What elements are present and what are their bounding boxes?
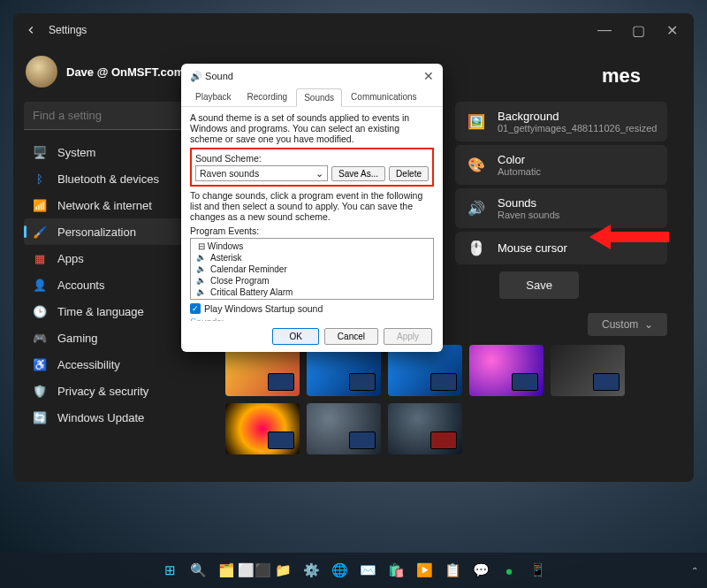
taskbar: ⊞ 🔍 🗂️ ⬜⬛ 📁 ⚙️ 🌐 ✉️ 🛍️ ▶️ 📋 💬 ● 📱 ⌃ <box>0 553 707 588</box>
event-item[interactable]: ⊟ Windows <box>193 241 431 252</box>
nav-icon: 🖌️ <box>33 225 47 239</box>
nav-label: Personalization <box>57 225 136 239</box>
spotify-icon[interactable]: ● <box>498 559 521 582</box>
event-item[interactable]: Asterisk <box>193 252 431 263</box>
sidebar-item-apps[interactable]: ▦Apps <box>24 245 188 271</box>
phone-icon[interactable]: 📱 <box>526 559 549 582</box>
event-item[interactable]: Critical Stop <box>193 298 431 300</box>
nav-icon: 🔄 <box>33 410 47 424</box>
sidebar-item-network-internet[interactable]: 📶Network & internet <box>24 192 188 218</box>
card-subtitle: Raven sounds <box>498 210 559 220</box>
settings-card-color[interactable]: 🎨ColorAutomatic <box>455 145 667 185</box>
card-icon: 🔊 <box>468 200 485 217</box>
taskview-icon[interactable]: 🗂️ <box>215 559 238 582</box>
settings-titlebar: Settings — ▢ ✕ <box>13 13 694 47</box>
events-list[interactable]: ⊟ WindowsAsteriskCalendar ReminderClose … <box>190 238 434 300</box>
save-button[interactable]: Save <box>499 271 579 299</box>
theme-thumb[interactable] <box>225 345 300 396</box>
search-input[interactable] <box>24 102 188 130</box>
dialog-close-button[interactable]: ✕ <box>423 69 434 83</box>
sidebar-item-gaming[interactable]: 🎮Gaming <box>24 325 188 351</box>
minimize-button[interactable]: — <box>588 18 621 42</box>
theme-thumb[interactable] <box>307 403 381 454</box>
explorer-icon[interactable]: 📁 <box>271 559 294 582</box>
edge-icon[interactable]: 🌐 <box>328 559 351 582</box>
app-icon[interactable]: ▶️ <box>413 559 436 582</box>
tab-playback[interactable]: Playback <box>188 88 239 106</box>
nav-icon: 📶 <box>33 198 47 212</box>
cancel-button[interactable]: Cancel <box>324 328 378 345</box>
scheme-combo[interactable]: Raven sounds⌄ <box>195 165 328 181</box>
nav-label: Privacy & security <box>57 385 148 398</box>
sidebar-item-windows-update[interactable]: 🔄Windows Update <box>24 404 188 431</box>
nav-label: Network & internet <box>57 199 152 212</box>
ok-button[interactable]: OK <box>272 328 318 345</box>
nav-label: Time & language <box>57 305 144 318</box>
app-icon[interactable]: 📋 <box>441 559 464 582</box>
tab-recording[interactable]: Recording <box>240 88 295 106</box>
card-title: Sounds <box>498 196 559 210</box>
system-tray[interactable]: ⌃ <box>691 566 698 576</box>
events-label: Program Events: <box>190 225 434 236</box>
custom-dropdown[interactable]: Custom ⌄ <box>588 313 667 336</box>
username: Dave @ OnMSFT.com <box>66 65 184 79</box>
store-icon[interactable]: 🛍️ <box>384 559 407 582</box>
avatar <box>26 56 57 88</box>
sidebar-item-accessibility[interactable]: ♿Accessibility <box>24 351 188 378</box>
tab-sounds[interactable]: Sounds <box>296 88 342 107</box>
nav-label: Bluetooth & devices <box>57 172 159 186</box>
app-icon[interactable]: 💬 <box>469 559 492 582</box>
sidebar-item-accounts[interactable]: 👤Accounts <box>24 271 188 298</box>
startup-sound-checkbox[interactable]: ✓ Play Windows Startup sound <box>190 303 434 314</box>
search-icon[interactable]: 🔍 <box>186 559 209 582</box>
theme-thumb[interactable] <box>388 345 462 396</box>
apply-button: Apply <box>384 328 432 345</box>
dialog-title: Sound <box>205 71 233 81</box>
event-item[interactable]: Close Program <box>193 275 431 286</box>
theme-thumb[interactable] <box>307 345 381 396</box>
nav-label: Gaming <box>57 332 98 345</box>
sidebar-item-system[interactable]: 🖥️System <box>24 139 188 165</box>
settings-icon[interactable]: ⚙️ <box>300 559 323 582</box>
maximize-button[interactable]: ▢ <box>621 18 655 42</box>
settings-card-background[interactable]: 🖼️Background01_gettyimages_488111026_res… <box>455 102 667 141</box>
sidebar-item-personalization[interactable]: 🖌️Personalization <box>24 218 188 245</box>
event-item[interactable]: Calendar Reminder <box>193 263 431 275</box>
nav-icon: ᛒ <box>33 172 47 186</box>
theme-thumbnails <box>225 345 667 454</box>
sidebar-item-bluetooth-devices[interactable]: ᛒBluetooth & devices <box>24 165 188 192</box>
annotation-arrow <box>589 219 669 255</box>
chevron-up-icon[interactable]: ⌃ <box>691 566 698 576</box>
check-icon: ✓ <box>190 303 201 314</box>
theme-thumb[interactable] <box>225 403 300 454</box>
event-item[interactable]: Critical Battery Alarm <box>193 286 431 298</box>
card-title: Background <box>498 110 657 123</box>
card-title: Mouse cursor <box>498 241 567 255</box>
nav-icon: 🕒 <box>33 304 47 318</box>
delete-button[interactable]: Delete <box>389 166 429 181</box>
dialog-intro-text: A sound theme is a set of sounds applied… <box>190 112 434 144</box>
theme-thumb[interactable] <box>551 345 625 396</box>
card-icon: 🎨 <box>468 157 485 173</box>
start-button[interactable]: ⊞ <box>158 559 181 582</box>
svg-marker-0 <box>589 225 669 249</box>
card-subtitle: Automatic <box>498 166 541 177</box>
card-icon: 🖼️ <box>468 113 485 130</box>
change-sounds-text: To change sounds, click a program event … <box>190 190 434 222</box>
sidebar-item-time-language[interactable]: 🕒Time & language <box>24 298 188 325</box>
theme-thumb[interactable] <box>388 403 462 454</box>
tab-communications[interactable]: Communications <box>344 88 423 106</box>
sidebar-item-privacy-security[interactable]: 🛡️Privacy & security <box>24 378 188 404</box>
widgets-icon[interactable]: ⬜⬛ <box>243 559 266 582</box>
save-as-button[interactable]: Save As... <box>331 166 385 181</box>
chevron-down-icon: ⌄ <box>315 168 323 179</box>
sound-dialog: 🔊 Sound ✕ PlaybackRecordingSoundsCommuni… <box>181 64 443 352</box>
user-profile[interactable]: Dave @ OnMSFT.com <box>24 52 188 102</box>
mail-icon[interactable]: ✉️ <box>356 559 379 582</box>
back-button[interactable] <box>19 18 43 42</box>
nav-icon: ♿ <box>33 357 47 371</box>
speaker-icon: 🔊 <box>190 71 205 82</box>
theme-thumb[interactable] <box>469 345 544 396</box>
dialog-tabs: PlaybackRecordingSoundsCommunications <box>181 88 443 107</box>
close-window-button[interactable]: ✕ <box>655 18 688 42</box>
